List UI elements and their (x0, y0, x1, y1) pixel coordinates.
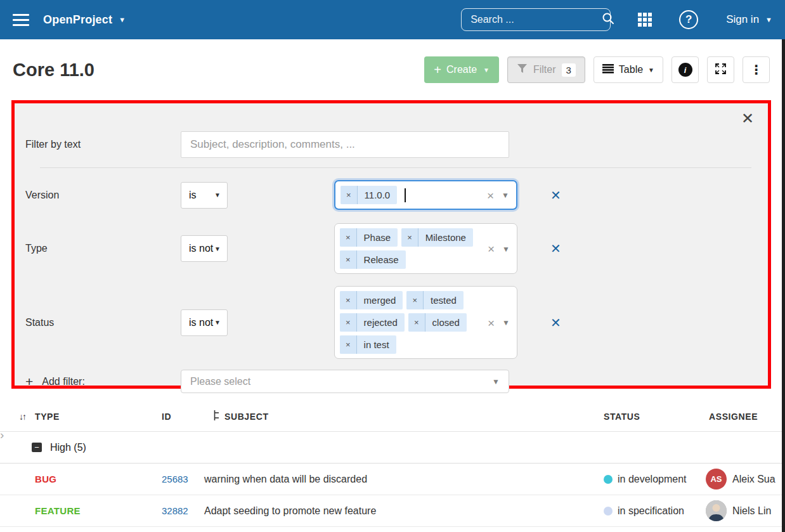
subject-header-label: SUBJECT (224, 412, 269, 422)
brand-logo[interactable]: OpenProject (43, 13, 112, 27)
filter-row-version: Version is ▼ × 11.0.0 × ▼ ✕ (15, 180, 768, 210)
status-cell[interactable]: in development (604, 474, 709, 485)
text-cursor (405, 188, 406, 202)
operator-select-type[interactable]: is not ▼ (181, 235, 228, 262)
modules-grid-icon[interactable] (637, 12, 652, 27)
caret-down-icon: ▼ (492, 377, 500, 386)
remove-chip-icon[interactable]: × (408, 313, 425, 332)
close-filter-panel-icon[interactable]: ✕ (741, 111, 754, 126)
remove-chip-icon[interactable]: × (340, 250, 357, 269)
chip-label: closed (425, 313, 467, 332)
page-scrollbar[interactable] (782, 39, 785, 532)
remove-chip-icon[interactable]: × (341, 186, 358, 204)
filter-row-type: Type is not ▼ × Phase × Milestone × (15, 223, 768, 274)
hamburger-menu-icon[interactable] (13, 14, 29, 26)
subject-cell[interactable]: warning when data will be discarded (204, 474, 604, 485)
table-row[interactable]: FEATURE 32882 Adapt seeding to promote n… (0, 495, 785, 527)
caret-down-icon[interactable]: ▼ (502, 244, 510, 253)
assignee-name: Niels Lin (732, 505, 771, 517)
operator-value: is not (189, 317, 213, 328)
fullscreen-button[interactable] (707, 56, 734, 83)
search-icon[interactable] (602, 12, 614, 27)
caret-down-icon[interactable]: ▼ (502, 318, 510, 327)
filter-name-label: Type (25, 243, 181, 254)
type-cell[interactable]: FEATURE (35, 505, 162, 516)
status-value-select[interactable]: × merged × tested × rejected × closed × (334, 286, 517, 359)
funnel-icon (517, 63, 528, 76)
value-chip: × rejected (340, 313, 405, 332)
remove-filter-icon[interactable]: ✕ (550, 316, 561, 329)
more-options-button[interactable]: ⋮ (743, 56, 770, 83)
sign-in-button[interactable]: Sign in ▼ (726, 13, 772, 26)
group-label: High (5) (50, 442, 86, 453)
caret-down-icon[interactable]: ▼ (502, 191, 509, 200)
view-mode-button[interactable]: Table ▼ (594, 56, 663, 83)
column-header-subject[interactable]: SUBJECT (214, 410, 604, 422)
group-row-high[interactable]: − High (5) (0, 432, 785, 464)
add-filter-select[interactable]: Please select ▼ (181, 370, 509, 393)
sort-icon[interactable]: ↓↑ (19, 412, 35, 422)
filter-label: Filter (533, 64, 556, 75)
remove-chip-icon[interactable]: × (340, 228, 357, 247)
filter-panel: ✕ Filter by text Version is ▼ × 11.0.0 (11, 100, 771, 389)
column-header-status[interactable]: STATUS (604, 412, 709, 422)
remove-chip-icon[interactable]: × (340, 291, 357, 309)
info-button[interactable]: i (671, 56, 699, 83)
column-header-type[interactable]: TYPE (35, 412, 162, 422)
type-cell[interactable]: BUG (35, 474, 162, 484)
value-chip: × Release (340, 250, 406, 269)
search-input[interactable] (470, 14, 602, 25)
add-filter-label: Add filter: (42, 376, 85, 387)
value-chip: × merged (340, 291, 403, 309)
subject-cell[interactable]: Adapt seeding to promote new feature (204, 505, 604, 517)
remove-chip-icon[interactable]: × (406, 291, 424, 309)
collapse-group-icon[interactable]: − (32, 443, 42, 452)
table-icon (602, 64, 614, 76)
table-header-row: ↓↑ TYPE ID SUBJECT STATUS ASSIGNEE (0, 401, 785, 432)
remove-filter-icon[interactable]: ✕ (550, 189, 561, 202)
global-search[interactable] (461, 8, 611, 31)
chip-label: Milestone (418, 228, 473, 247)
avatar-photo (706, 500, 727, 521)
kebab-icon: ⋮ (750, 62, 763, 77)
remove-filter-icon[interactable]: ✕ (550, 242, 561, 255)
chip-label: tested (424, 291, 464, 309)
value-chip: × closed (408, 313, 467, 332)
caret-down-icon: ▼ (214, 245, 221, 252)
clear-values-icon[interactable]: × (488, 243, 495, 255)
clear-values-icon[interactable]: × (488, 316, 495, 328)
column-header-assignee[interactable]: ASSIGNEE (709, 412, 785, 422)
status-label: in development (618, 474, 687, 485)
chip-label: rejected (357, 313, 405, 332)
table-label: Table (619, 64, 643, 75)
clear-values-icon[interactable]: × (487, 189, 494, 201)
info-icon: i (678, 63, 692, 77)
filter-by-text-input[interactable] (181, 131, 509, 158)
filter-button[interactable]: Filter 3 (507, 56, 585, 83)
sidebar-expand-handle[interactable]: › (0, 428, 4, 442)
remove-chip-icon[interactable]: × (340, 313, 357, 332)
table-row[interactable]: BUG 25683 warning when data will be disc… (0, 464, 785, 495)
remove-chip-icon[interactable]: × (401, 228, 418, 247)
question-glyph: ? (685, 13, 692, 26)
version-value-select[interactable]: × 11.0.0 × ▼ (334, 180, 517, 210)
assignee-cell[interactable]: Niels Lin (706, 500, 785, 521)
assignee-cell[interactable]: AS Aleix Sua (706, 469, 785, 490)
filter-by-text-row: Filter by text (15, 131, 768, 158)
hierarchy-icon (214, 410, 219, 422)
filter-name-label: Version (25, 190, 181, 201)
status-cell[interactable]: in specification (604, 505, 709, 517)
column-header-id[interactable]: ID (162, 412, 214, 422)
value-chip: × tested (406, 291, 463, 309)
brand-caret-icon[interactable]: ▼ (119, 16, 126, 23)
filter-count-badge: 3 (562, 63, 576, 77)
help-icon[interactable]: ? (679, 10, 698, 29)
operator-select-status[interactable]: is not ▼ (181, 309, 228, 336)
operator-select-version[interactable]: is ▼ (181, 182, 228, 209)
create-button[interactable]: + Create ▼ (424, 56, 499, 83)
type-value-select[interactable]: × Phase × Milestone × Release × ▼ (334, 223, 517, 274)
remove-chip-icon[interactable]: × (340, 335, 357, 354)
value-chip: × in test (340, 335, 396, 354)
sign-in-caret-icon: ▼ (765, 16, 772, 23)
operator-value: is not (189, 243, 213, 254)
